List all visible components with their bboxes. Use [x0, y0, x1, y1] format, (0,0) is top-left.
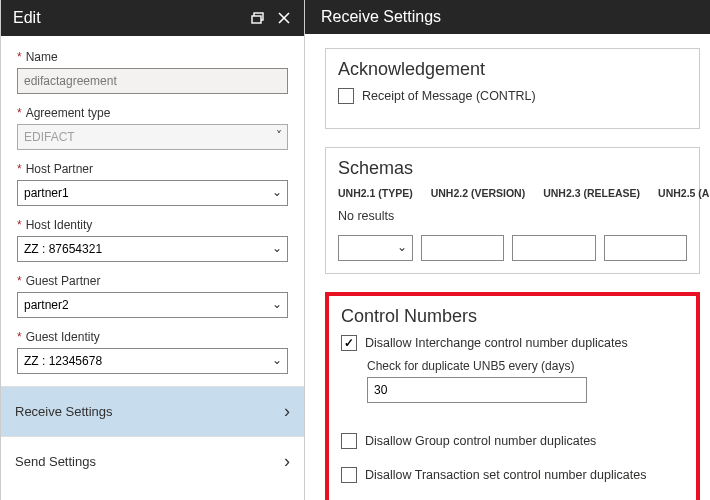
- disallow-interchange-row[interactable]: Disallow Interchange control number dupl…: [341, 335, 684, 351]
- field-name: *Name: [17, 50, 288, 94]
- schema-assoc-input[interactable]: [604, 235, 687, 261]
- edit-titlebar: Edit: [1, 0, 304, 36]
- receipt-of-message-row[interactable]: Receipt of Message (CONTRL): [338, 88, 687, 104]
- col-unh25: UNH2.5 (AS: [658, 187, 710, 199]
- receipt-label: Receipt of Message (CONTRL): [362, 89, 536, 103]
- nav-receive-settings[interactable]: Receive Settings ›: [1, 386, 304, 436]
- name-input: [17, 68, 288, 94]
- checkbox-unchecked-icon[interactable]: [341, 467, 357, 483]
- schema-version-input[interactable]: [421, 235, 504, 261]
- control-numbers-section: Control Numbers Disallow Interchange con…: [325, 292, 700, 500]
- ack-title: Acknowledgement: [338, 59, 687, 80]
- nav-send-settings[interactable]: Send Settings ›: [1, 436, 304, 486]
- disallow-txn-label: Disallow Transaction set control number …: [365, 468, 646, 482]
- checkbox-checked-icon[interactable]: [341, 335, 357, 351]
- checkbox-unchecked-icon[interactable]: [338, 88, 354, 104]
- guest-partner-select[interactable]: partner2: [17, 292, 288, 318]
- field-host-identity: *Host Identity ZZ : 87654321 ⌄: [17, 218, 288, 262]
- schema-input-row: ⌄: [338, 235, 687, 261]
- schema-headers: UNH2.1 (TYPE) UNH2.2 (VERSION) UNH2.3 (R…: [338, 187, 687, 199]
- col-unh21: UNH2.1 (TYPE): [338, 187, 413, 199]
- edit-title: Edit: [13, 9, 41, 27]
- field-guest-identity: *Guest Identity ZZ : 12345678 ⌄: [17, 330, 288, 374]
- close-icon[interactable]: [276, 10, 292, 26]
- unb5-days-input[interactable]: [367, 377, 587, 403]
- host-partner-label: Host Partner: [26, 162, 93, 176]
- acknowledgement-section: Acknowledgement Receipt of Message (CONT…: [325, 48, 700, 129]
- col-unh23: UNH2.3 (RELEASE): [543, 187, 640, 199]
- svg-rect-1: [252, 16, 261, 23]
- guest-identity-select[interactable]: ZZ : 12345678: [17, 348, 288, 374]
- guest-partner-label: Guest Partner: [26, 274, 101, 288]
- chevron-right-icon: ›: [284, 401, 290, 422]
- unb5-label: Check for duplicate UNB5 every (days): [367, 359, 684, 373]
- disallow-txn-row[interactable]: Disallow Transaction set control number …: [341, 467, 684, 483]
- schemas-no-results: No results: [338, 209, 687, 223]
- field-host-partner: *Host Partner partner1 ⌄: [17, 162, 288, 206]
- host-identity-label: Host Identity: [26, 218, 93, 232]
- receive-settings-panel: Receive Settings Acknowledgement Receipt…: [305, 0, 710, 500]
- disallow-group-label: Disallow Group control number duplicates: [365, 434, 596, 448]
- name-label: Name: [26, 50, 58, 64]
- control-title: Control Numbers: [341, 306, 684, 327]
- field-agreement-type: *Agreement type EDIFACT ˅: [17, 106, 288, 150]
- restore-icon[interactable]: [250, 10, 266, 26]
- host-identity-select[interactable]: ZZ : 87654321: [17, 236, 288, 262]
- disallow-group-row[interactable]: Disallow Group control number duplicates: [341, 433, 684, 449]
- host-partner-select[interactable]: partner1: [17, 180, 288, 206]
- unb5-subfield: Check for duplicate UNB5 every (days): [367, 359, 684, 403]
- agreement-type-label: Agreement type: [26, 106, 111, 120]
- disallow-interchange-label: Disallow Interchange control number dupl…: [365, 336, 628, 350]
- schema-release-input[interactable]: [512, 235, 595, 261]
- col-unh22: UNH2.2 (VERSION): [431, 187, 526, 199]
- agreement-type-select: EDIFACT: [17, 124, 288, 150]
- schemas-title: Schemas: [338, 158, 687, 179]
- receive-titlebar: Receive Settings: [305, 0, 710, 34]
- guest-identity-label: Guest Identity: [26, 330, 100, 344]
- receive-title: Receive Settings: [321, 8, 441, 26]
- checkbox-unchecked-icon[interactable]: [341, 433, 357, 449]
- edit-panel: Edit *Name *Agreement type EDIFACT ˅: [0, 0, 305, 500]
- schemas-section: Schemas UNH2.1 (TYPE) UNH2.2 (VERSION) U…: [325, 147, 700, 274]
- chevron-right-icon: ›: [284, 451, 290, 472]
- nav-receive-label: Receive Settings: [15, 404, 113, 419]
- nav-send-label: Send Settings: [15, 454, 96, 469]
- field-guest-partner: *Guest Partner partner2 ⌄: [17, 274, 288, 318]
- schema-type-select[interactable]: [338, 235, 413, 261]
